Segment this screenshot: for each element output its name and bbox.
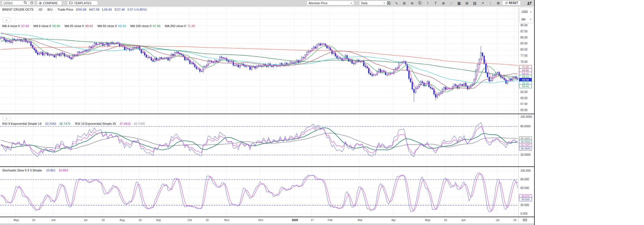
axis-tick-label: 80.0000 (520, 125, 531, 128)
time-axis-label: May (14, 219, 19, 222)
axis-tick-label: 77.50 (520, 54, 527, 57)
tradingview-logo-icon[interactable]: 17 (525, 0, 533, 6)
time-axis-label: Oct (188, 219, 192, 222)
ma-label: MA 25 close 0 (65, 24, 84, 28)
time-axis-label: 16 (101, 219, 105, 222)
search-icon (24, 1, 27, 5)
more-options-icon[interactable]: ⋮ (488, 1, 493, 6)
legend-separator: · (35, 8, 37, 11)
news-icon[interactable]: ▤ (472, 1, 477, 6)
rsi9-title: RSI 9 Exponential Simple 14 (2, 122, 41, 125)
compare-button[interactable]: ⊕ COMPARE (37, 1, 62, 5)
change-value: 0.57 (+0.85%) (127, 8, 147, 11)
recently-used-button[interactable] (29, 1, 35, 5)
legend-exchange: IEU (47, 8, 52, 11)
chart-canvas[interactable] (0, 6, 534, 225)
time-axis-label: 17 (311, 219, 314, 222)
ma-value: 69.41 (85, 24, 93, 28)
folder-icon (69, 1, 73, 5)
plus-circle-icon: ⊕ (39, 1, 42, 5)
scale-tool-icon[interactable]: ⊺ (425, 1, 430, 6)
axis-tick-label: 57.50 (520, 102, 527, 106)
ma-value: 67.69 (21, 24, 29, 28)
zoom-in-icon[interactable]: ⊕ (441, 1, 446, 6)
time-axis-label: Apr (391, 219, 396, 222)
toolbar-icon-row: ∿≣≋Ⓔ⊺T⊕⊖▦⊞▤↗⋮⚙ (386, 0, 501, 6)
currency-dropdown[interactable]: USD ∨ (520, 8, 534, 15)
symbol-search-input[interactable]: LCOc1 (2, 1, 29, 5)
ma-legend-item[interactable]: MA 50 close 069.40 (98, 24, 126, 28)
ma-value: 71.93 (187, 24, 195, 28)
time-axis-label: Jun (51, 219, 56, 222)
ma-legend-item[interactable]: MA 9 close 069.86 (34, 24, 60, 28)
ma-legend-item[interactable]: MA 25 close 069.41 (65, 24, 93, 28)
legend-separator: · (44, 8, 46, 11)
open-label: O (76, 8, 79, 11)
settings-icon[interactable]: ⚙ (496, 1, 501, 6)
high-value: 67.58 (92, 8, 100, 11)
templates-button[interactable]: TEMPLATES (67, 1, 98, 5)
rsi14-smooth-value: 49.7445 (134, 122, 145, 125)
bottom-scroll-strip[interactable] (0, 223, 534, 225)
stochastic-title: Stochastic Slow 5 3 3 Simple (2, 169, 42, 172)
currency-value: USD (522, 10, 528, 13)
templates-label: TEMPLATES (74, 1, 91, 5)
axis-tick-label: 82.50 (520, 42, 527, 45)
symbol-value: LCOc1 (4, 1, 13, 5)
measure-icon[interactable]: ⊞ (464, 1, 470, 6)
axis-price-tag: 68.04 (519, 84, 532, 88)
rsi-legend[interactable]: RSI 9 Exponential Simple 14 33.2343 48.7… (2, 122, 145, 125)
axis-unit-selector: USD ∨ bbl ∨ (519, 8, 534, 23)
wave-overlay-icon[interactable]: ≋ (409, 1, 415, 6)
main-series-legend[interactable]: BRENT CRUDE OCT5 · 1D · IEU · Trade Pric… (2, 8, 147, 11)
ma-legend-item[interactable]: MA 4 close 067.69 (2, 24, 29, 28)
price-scale-mode-value: Absolute Price (309, 1, 328, 5)
rsi-collapse-button[interactable]: ‹ (3, 116, 10, 121)
symbol-title: BRENT CRUDE OCT5 (2, 8, 34, 11)
zoom-out-icon: ⊖ (449, 1, 454, 6)
stochastic-k-value: 10.861 (46, 169, 56, 172)
axis-tick-label: 80.00 (520, 48, 527, 51)
row-layout-icon[interactable]: ≣ (402, 1, 407, 6)
axis-tick-label: 55.00 (520, 109, 527, 112)
time-axis-label: Jul (84, 219, 87, 222)
text-tool-icon[interactable]: T (433, 1, 438, 6)
axis-tick-label: 100.0000 (520, 115, 532, 118)
ma-legend-item[interactable]: MA 250 close 071.93 (165, 24, 195, 28)
time-axis-label: Nov (224, 219, 229, 222)
stochastic-legend[interactable]: Stochastic Slow 5 3 3 Simple 10.861 10.8… (2, 169, 68, 172)
reset-button[interactable]: ↺ RESET (502, 1, 521, 5)
ma-label: MA 50 close 0 (98, 24, 117, 28)
time-axis-label: Jun (461, 219, 466, 222)
close-value: 67.46 (117, 8, 125, 11)
trading-chart-app: LCOc1 ⊕ COMPARE TEMPLATES (0, 0, 535, 225)
legend-series-type: Trade Price (57, 8, 73, 11)
axis-price-tag: 39.4945 (519, 147, 532, 150)
axis-tick-label: 60.00 (520, 97, 527, 100)
ma-legend-row[interactable]: MA 4 close 067.69MA 9 close 069.86MA 25 … (2, 24, 200, 28)
ma-value: 69.40 (118, 24, 126, 28)
interval-value: Daily (361, 1, 368, 5)
price-scale-mode-dropdown[interactable]: Absolute Price ∨ (307, 1, 354, 5)
collapse-legend-button[interactable]: ‹ (3, 18, 10, 23)
axis-tick-label: 20.0000 (520, 153, 531, 156)
axis-settings-icon[interactable] (522, 218, 527, 223)
chart-style-candles-icon[interactable] (386, 1, 391, 6)
events-icon[interactable]: Ⓔ (417, 1, 423, 6)
stochastic-d-value: 10.853 (59, 169, 68, 172)
unit-dropdown[interactable]: bbl ∨ (520, 15, 534, 23)
legend-interval: 1D (38, 8, 42, 11)
axis-tick-label: 20.000 (520, 204, 529, 207)
data-grid-icon[interactable]: ▦ (456, 1, 462, 6)
low-value: 66.83 (104, 8, 112, 11)
rsi9-smooth-value: 48.7470 (59, 122, 70, 125)
axis-tick-label: 100.000 (520, 169, 531, 172)
seasonality-chart-icon[interactable]: ∿ (394, 1, 399, 6)
time-axis-label: 2025 (292, 219, 298, 222)
interval-dropdown[interactable]: Daily ∨ (359, 1, 387, 5)
time-axis-label: 16 (444, 219, 447, 222)
export-chart-icon[interactable]: ↗ (480, 1, 485, 6)
ma-legend-item[interactable]: MA 100 close 067.96 (130, 24, 160, 28)
axis-tick-label: 90.00 (520, 24, 527, 27)
chevron-down-icon: ∨ (530, 18, 532, 21)
